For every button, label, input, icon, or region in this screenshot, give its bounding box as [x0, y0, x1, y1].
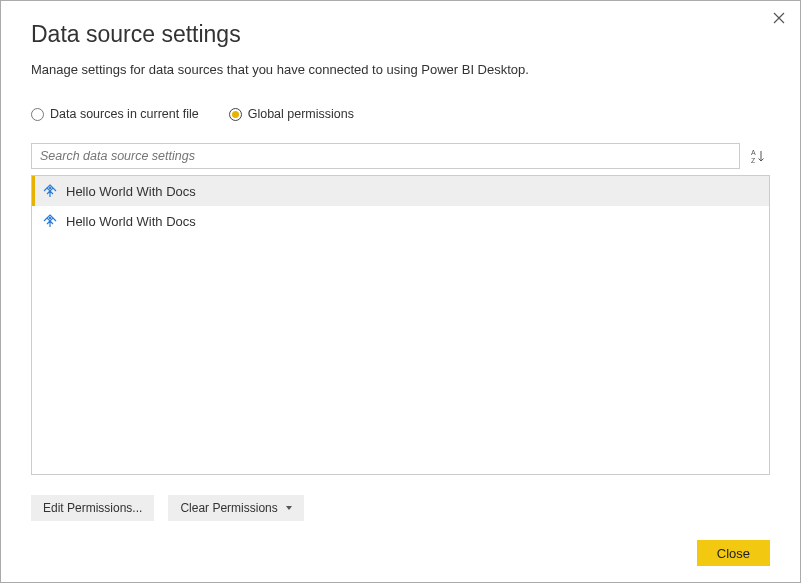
data-source-name: Hello World With Docs	[66, 184, 196, 199]
svg-text:Z: Z	[751, 157, 756, 164]
radio-label: Global permissions	[248, 107, 354, 121]
radio-circle-icon	[31, 108, 44, 121]
close-button[interactable]: Close	[697, 540, 770, 566]
data-source-item[interactable]: Hello World With Docs	[32, 206, 769, 236]
data-source-icon	[42, 213, 58, 229]
clear-permissions-button[interactable]: Clear Permissions	[168, 495, 303, 521]
radio-global-permissions[interactable]: Global permissions	[229, 107, 354, 121]
sort-button[interactable]: A Z	[748, 143, 770, 169]
data-source-list: Hello World With Docs Hello World With D…	[31, 175, 770, 475]
page-subtitle: Manage settings for data sources that yo…	[31, 62, 770, 77]
search-input[interactable]	[31, 143, 740, 169]
radio-label: Data sources in current file	[50, 107, 199, 121]
svg-point-3	[49, 217, 51, 219]
edit-permissions-button[interactable]: Edit Permissions...	[31, 495, 154, 521]
data-source-item[interactable]: Hello World With Docs	[32, 176, 769, 206]
data-source-name: Hello World With Docs	[66, 214, 196, 229]
svg-text:A: A	[751, 149, 756, 156]
svg-point-2	[49, 187, 51, 189]
close-icon[interactable]	[768, 7, 790, 29]
data-source-icon	[42, 183, 58, 199]
page-title: Data source settings	[31, 21, 770, 48]
radio-current-file[interactable]: Data sources in current file	[31, 107, 199, 121]
radio-circle-icon	[229, 108, 242, 121]
scope-radio-group: Data sources in current file Global perm…	[31, 107, 770, 121]
